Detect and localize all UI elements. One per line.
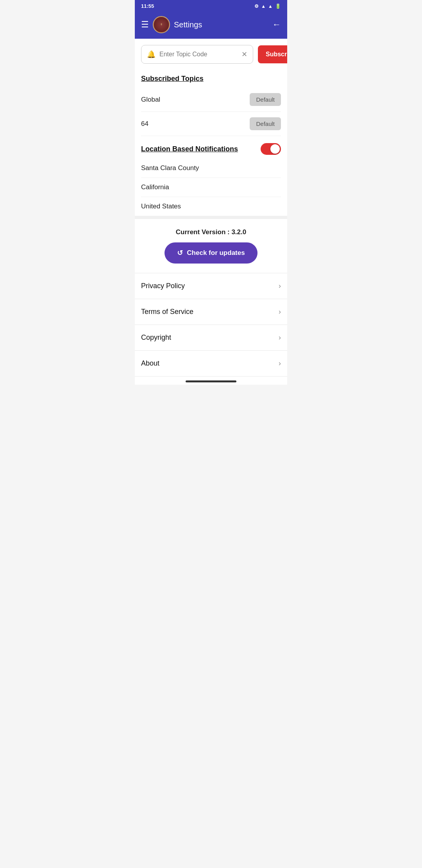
status-bar: 11:55 ⚙ ▲ ▲ 🔋: [135, 0, 287, 12]
topic-row-64: 64 Default: [141, 112, 281, 136]
settings-status-icon: ⚙: [254, 4, 259, 9]
location-title: Location Based Notifications: [141, 145, 238, 153]
location-item-state: California: [141, 178, 281, 197]
app-header: ☰ ✝ Settings ←: [135, 12, 287, 39]
menu-item-privacy[interactable]: Privacy Policy ›: [135, 273, 287, 299]
app-logo: ✝: [153, 16, 170, 33]
check-updates-button[interactable]: ↺ Check for updates: [165, 242, 257, 264]
topic-badge-global: Default: [250, 93, 281, 106]
location-header: Location Based Notifications: [141, 136, 281, 159]
status-icons: ⚙ ▲ ▲ 🔋: [254, 4, 281, 9]
status-time: 11:55: [141, 3, 154, 9]
refresh-icon: ↺: [177, 249, 183, 257]
bottom-bar: [135, 377, 287, 385]
location-toggle[interactable]: [261, 143, 281, 155]
location-item-county: Santa Clara County: [141, 159, 281, 178]
topic-code-input[interactable]: [159, 51, 238, 58]
topic-row-global: Global Default: [141, 88, 281, 112]
check-updates-label: Check for updates: [187, 249, 245, 257]
chevron-right-icon-privacy: ›: [279, 282, 281, 290]
battery-icon: 🔋: [275, 4, 281, 9]
topic-name-global: Global: [141, 96, 160, 104]
page-title: Settings: [174, 20, 202, 29]
clear-input-icon[interactable]: ✕: [241, 50, 247, 59]
menu-label-privacy: Privacy Policy: [141, 282, 185, 290]
back-icon[interactable]: ←: [272, 20, 281, 30]
location-item-country: United States: [141, 197, 281, 216]
menu-item-tos[interactable]: Terms of Service ›: [135, 299, 287, 325]
menu-section: Privacy Policy › Terms of Service › Copy…: [135, 273, 287, 377]
subscribe-button[interactable]: Subscribe: [258, 45, 287, 63]
section-divider: [135, 216, 287, 219]
location-section: Location Based Notifications Santa Clara…: [135, 136, 287, 216]
wifi-icon: ▲: [261, 4, 266, 9]
home-indicator: [186, 380, 236, 382]
subscribed-topics-title: Subscribed Topics: [141, 75, 281, 83]
hamburger-menu-icon[interactable]: ☰: [141, 20, 149, 30]
topic-name-64: 64: [141, 120, 148, 128]
version-section: Current Version : 3.2.0 ↺ Check for upda…: [135, 219, 287, 273]
menu-label-copyright: Copyright: [141, 334, 171, 342]
menu-item-copyright[interactable]: Copyright ›: [135, 325, 287, 351]
menu-label-tos: Terms of Service: [141, 308, 193, 316]
bell-icon: 🔔: [147, 50, 156, 59]
chevron-right-icon-copyright: ›: [279, 334, 281, 342]
topic-section: 🔔 ✕ Subscribe: [135, 39, 287, 70]
version-label: Current Version : 3.2.0: [176, 228, 246, 236]
signal-icon: ▲: [268, 4, 273, 9]
main-content: 🔔 ✕ Subscribe Subscribed Topics Global D…: [135, 39, 287, 216]
topic-badge-64: Default: [250, 117, 281, 130]
topic-input-wrapper: 🔔 ✕: [141, 45, 253, 64]
chevron-right-icon-tos: ›: [279, 308, 281, 316]
chevron-right-icon-about: ›: [279, 359, 281, 368]
menu-item-about[interactable]: About ›: [135, 351, 287, 377]
subscribed-topics-section: Subscribed Topics Global Default 64 Defa…: [135, 70, 287, 136]
menu-label-about: About: [141, 359, 159, 368]
header-left: ☰ ✝ Settings: [141, 16, 202, 33]
